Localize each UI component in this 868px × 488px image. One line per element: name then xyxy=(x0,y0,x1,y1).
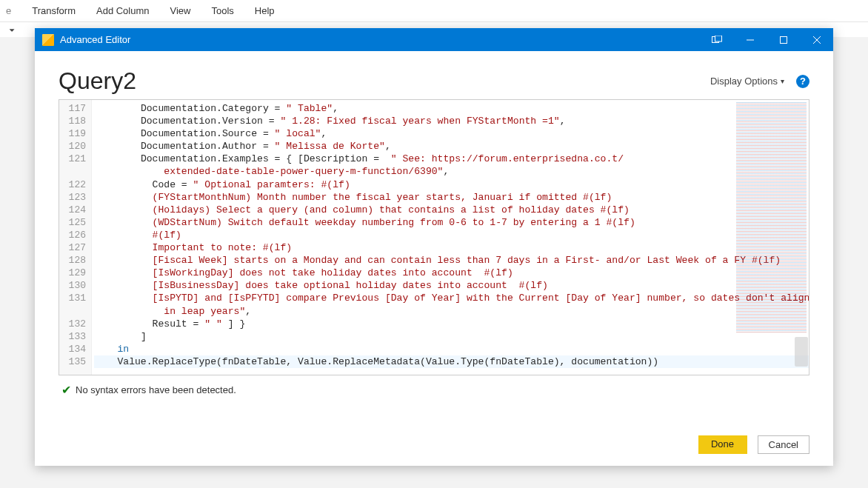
code-line[interactable]: in xyxy=(94,343,809,355)
code-line[interactable]: extended-date-table-power-query-m-functi… xyxy=(94,165,809,178)
status-text: No syntax errors have been detected. xyxy=(76,384,236,395)
code-line[interactable]: Value.ReplaceType(fnDateTable, Value.Rep… xyxy=(94,355,809,368)
code-line[interactable]: ] xyxy=(94,330,809,343)
line-number: 135 xyxy=(59,355,91,368)
code-line[interactable]: [IsPYTD] and [IsPFYTD] compare Previous … xyxy=(94,292,809,304)
code-line[interactable]: Documentation.Examples = { [Description … xyxy=(94,153,809,165)
line-number: 121 xyxy=(59,153,91,165)
code-line[interactable]: (FYStartMonthNum) Month number the fisca… xyxy=(94,191,809,204)
line-number: 132 xyxy=(59,318,91,330)
line-number: 134 xyxy=(59,343,91,355)
line-number: 124 xyxy=(59,204,91,216)
line-number: 133 xyxy=(59,330,91,343)
syntax-status: ✔ No syntax errors have been detected. xyxy=(59,375,809,400)
done-button[interactable]: Done xyxy=(698,435,747,454)
ribbon: e Transform Add Column View Tools Help xyxy=(0,0,868,22)
code-line[interactable]: Important to note: #(lf) xyxy=(94,241,809,254)
chevron-down-icon: ▾ xyxy=(781,77,784,85)
line-number: 123 xyxy=(59,191,91,204)
display-options[interactable]: Display Options ▾ xyxy=(710,76,784,87)
ribbon-help[interactable]: Help xyxy=(244,2,285,19)
dialog-content: Query2 Display Options ▾ ? 1171181191201… xyxy=(35,51,833,466)
line-number: 117 xyxy=(59,102,91,115)
code-line[interactable]: Documentation.Version = " 1.28: Fixed fi… xyxy=(94,115,809,127)
line-number: 125 xyxy=(59,216,91,229)
line-number: 129 xyxy=(59,267,91,279)
line-number: 126 xyxy=(59,229,91,241)
minimize-button[interactable] xyxy=(733,28,767,51)
maximize-button[interactable] xyxy=(767,28,800,51)
titlebar[interactable]: Advanced Editor xyxy=(35,28,833,51)
dialog-title: Advanced Editor xyxy=(60,34,700,45)
cancel-button[interactable]: Cancel xyxy=(758,435,809,454)
display-options-label: Display Options xyxy=(710,76,778,87)
line-number: 118 xyxy=(59,115,91,127)
line-number-gutter: 1171181191201211221231241251261271281291… xyxy=(59,100,92,375)
code-line[interactable]: Documentation.Source = " local", xyxy=(94,127,809,140)
code-line[interactable]: (Holidays) Select a query (and column) t… xyxy=(94,204,809,216)
checkmark-icon: ✔ xyxy=(61,383,71,397)
line-number: 122 xyxy=(59,178,91,191)
line-number-continuation xyxy=(59,165,91,178)
code-line[interactable]: Documentation.Author = " Melissa de Kort… xyxy=(94,140,809,153)
popin-icon[interactable] xyxy=(700,28,733,51)
close-button[interactable] xyxy=(800,28,833,51)
ribbon-add-column[interactable]: Add Column xyxy=(86,2,160,19)
query-name: Query2 xyxy=(59,67,136,95)
code-line[interactable]: [Fiscal Week] starts on a Monday and can… xyxy=(94,254,809,267)
code-editor[interactable]: 1171181191201211221231241251261271281291… xyxy=(59,99,809,375)
code-line[interactable]: (WDStartNum) Switch default weekday numb… xyxy=(94,216,809,229)
code-line[interactable]: Code = " Optional paramters: #(lf) xyxy=(94,178,809,191)
ribbon-item-truncated: e xyxy=(6,2,21,19)
advanced-editor-dialog: Advanced Editor Query2 Display Options ▾ xyxy=(35,28,833,466)
app-logo-icon xyxy=(42,34,54,46)
ribbon-tools[interactable]: Tools xyxy=(201,2,244,19)
line-number: 131 xyxy=(59,292,91,304)
code-line[interactable]: #(lf) xyxy=(94,229,809,241)
code-line[interactable]: in leap years", xyxy=(94,305,809,318)
code-line[interactable]: [IsBusinessDay] does take optional holid… xyxy=(94,279,809,292)
ribbon-transform[interactable]: Transform xyxy=(21,2,86,19)
scrollbar-vertical[interactable] xyxy=(795,337,808,367)
line-number-continuation xyxy=(59,305,91,318)
svg-rect-3 xyxy=(780,36,787,43)
code-area[interactable]: Documentation.Category = " Table", Docum… xyxy=(92,100,809,375)
code-line[interactable]: Documentation.Category = " Table", xyxy=(94,102,809,115)
line-number: 128 xyxy=(59,254,91,267)
code-line[interactable]: [IsWorkingDay] does not take holiday dat… xyxy=(94,267,809,279)
ribbon-view[interactable]: View xyxy=(160,2,201,19)
line-number: 130 xyxy=(59,279,91,292)
line-number: 119 xyxy=(59,127,91,140)
line-number: 120 xyxy=(59,140,91,153)
line-number: 127 xyxy=(59,241,91,254)
code-line[interactable]: Result = " " ] } xyxy=(94,318,809,330)
ribbon-expand-icon[interactable]: ⏷ xyxy=(9,27,16,34)
help-icon[interactable]: ? xyxy=(796,75,809,88)
svg-rect-1 xyxy=(715,36,721,41)
